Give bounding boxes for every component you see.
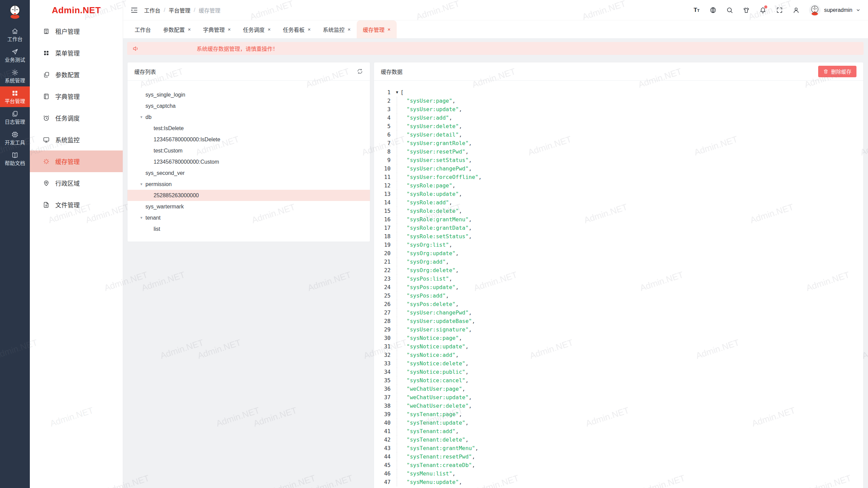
sidebar-item-copy-doc[interactable]: 参数配置 xyxy=(30,64,123,85)
tree-node[interactable]: 252885263000000 xyxy=(127,190,370,201)
code-line: 38"weChatUser:delete", xyxy=(374,402,863,410)
line-number: 39 xyxy=(374,410,391,419)
rail-item-logs[interactable]: 日志管理 xyxy=(0,107,30,128)
line-number: 31 xyxy=(374,342,391,351)
sidebar-item-notebook[interactable]: 字典管理 xyxy=(30,85,123,107)
code-string: "sysUser:update", xyxy=(407,105,462,114)
tree-node[interactable]: test:Custom xyxy=(127,145,370,156)
notification-icon[interactable] xyxy=(759,6,767,14)
font-size-icon[interactable]: TT xyxy=(693,6,700,14)
tree-node-label: 123456780000000:Custom xyxy=(154,159,219,165)
code-line: 23"sysPos:list", xyxy=(374,274,863,283)
code-line: 14"sysRole:add", xyxy=(374,198,863,207)
tab-close-icon[interactable]: × xyxy=(268,27,271,32)
tab[interactable]: 任务调度× xyxy=(237,20,277,38)
sidebar-item-spark[interactable]: 缓存管理 xyxy=(30,150,123,172)
indent-guide xyxy=(397,114,397,122)
rail-item-book[interactable]: 帮助文档 xyxy=(0,148,30,169)
sidebar-item-building[interactable]: 租户管理 xyxy=(30,20,123,42)
rail-menu: 工作台业务测试系统管理平台管理日志管理开发工具帮助文档 xyxy=(0,24,30,169)
caret-down-icon[interactable]: ▼ xyxy=(137,182,145,186)
tab-close-icon[interactable]: × xyxy=(228,27,231,32)
tree-node[interactable]: ▼db xyxy=(127,111,370,123)
sidebar-fold-icon[interactable] xyxy=(131,6,138,14)
tab-close-icon[interactable]: × xyxy=(188,27,191,32)
breadcrumb-item-current: 缓存管理 xyxy=(199,6,220,14)
tab[interactable]: 任务看板× xyxy=(277,20,317,38)
sidebar-item-location-pin[interactable]: 行政区域 xyxy=(30,172,123,194)
code-line: 44"sysTenant:resetPwd", xyxy=(374,452,863,461)
rail-item-grid[interactable]: 平台管理 xyxy=(0,86,30,107)
tree-node[interactable]: sys_second_ver xyxy=(127,167,370,179)
rail-item-gear[interactable]: 系统管理 xyxy=(0,66,30,86)
user-menu[interactable]: superadmin xyxy=(809,4,861,16)
rail-item-send[interactable]: 业务测试 xyxy=(0,45,30,66)
tree-node-label: sys_single_login xyxy=(145,92,185,98)
indent-guide xyxy=(397,478,397,486)
tree-node[interactable]: sys_wartermark xyxy=(127,201,370,212)
tree-node[interactable]: ▼permission xyxy=(127,179,370,190)
sidebar-item-document[interactable]: 文件管理 xyxy=(30,194,123,216)
sidebar-item-label: 行政区域 xyxy=(55,179,80,187)
line-number: 14 xyxy=(374,198,391,207)
tab[interactable]: 缓存管理× xyxy=(357,20,397,38)
sidebar-item-alarm-clock[interactable]: 任务调度 xyxy=(30,107,123,129)
line-number: 10 xyxy=(374,164,391,173)
rail-item-home[interactable]: 工作台 xyxy=(0,24,30,45)
delete-cache-button[interactable]: 删除缓存 xyxy=(818,66,856,77)
code-line: 43"sysTenant:grantMenu", xyxy=(374,444,863,452)
code-line: 27"sysUser:changePwd", xyxy=(374,308,863,317)
fullscreen-icon[interactable] xyxy=(776,6,783,14)
tab-close-icon[interactable]: × xyxy=(308,27,311,32)
breadcrumb-item[interactable]: 工作台 xyxy=(144,6,160,14)
caret-down-icon[interactable]: ▼ xyxy=(137,216,145,220)
tree-node[interactable]: list xyxy=(127,223,370,235)
tree-node[interactable]: 123456780000000:Custom xyxy=(127,156,370,167)
tab[interactable]: 字典管理× xyxy=(197,20,237,38)
tree-node[interactable]: sys_single_login xyxy=(127,89,370,100)
line-number: 6 xyxy=(374,130,391,139)
tree-node[interactable]: test:IsDelete xyxy=(127,123,370,134)
line-number: 34 xyxy=(374,368,391,376)
code-string: "sysNotice:delete", xyxy=(407,359,469,368)
rail-item-cpu[interactable]: 开发工具 xyxy=(0,128,30,148)
search-icon[interactable] xyxy=(726,6,733,14)
sidebar-item-menu-grid[interactable]: 菜单管理 xyxy=(30,42,123,64)
cpu-icon xyxy=(12,131,18,138)
code-string: "sysPos:add", xyxy=(407,291,449,300)
fold-caret-icon[interactable]: ▼ xyxy=(394,88,400,97)
indent-guide xyxy=(397,122,397,130)
profile-icon[interactable] xyxy=(792,6,800,14)
line-number: 15 xyxy=(374,207,391,215)
language-icon[interactable] xyxy=(709,6,717,14)
tab[interactable]: 系统监控× xyxy=(317,20,357,38)
caret-down-icon[interactable]: ▼ xyxy=(137,115,145,119)
line-number: 40 xyxy=(374,419,391,427)
tab[interactable]: 工作台 xyxy=(129,20,157,38)
rail-item-label: 平台管理 xyxy=(5,99,25,104)
json-viewer: 1▼[2"sysUser:page",3"sysUser:update",4"s… xyxy=(374,81,863,488)
breadcrumb-item[interactable]: 平台管理 xyxy=(169,6,190,14)
sidebar: Admin.NET 租户管理菜单管理参数配置字典管理任务调度系统监控缓存管理行政… xyxy=(30,0,123,488)
code-string: "sysRole:page", xyxy=(407,181,456,190)
theme-icon[interactable] xyxy=(743,6,750,14)
tab-close-icon[interactable]: × xyxy=(348,27,351,32)
tree-node[interactable]: 123456780000000:IsDelete xyxy=(127,134,370,145)
tab[interactable]: 参数配置× xyxy=(157,20,197,38)
tree-node[interactable]: ▼tenant xyxy=(127,212,370,223)
cache-data-panel: 缓存数据 删除缓存 1▼[2"sysUser:page",3"sysUser:u… xyxy=(374,62,864,488)
tab-close-icon[interactable]: × xyxy=(388,27,391,32)
sidebar-item-monitor[interactable]: 系统监控 xyxy=(30,129,123,150)
notice-banner: 系统缓存数据管理，请慎重操作！ xyxy=(127,42,864,55)
refresh-icon[interactable] xyxy=(357,68,363,75)
indent-guide xyxy=(397,452,397,461)
code-line: 20"sysOrg:update", xyxy=(374,249,863,258)
code-string: "sysNotice:public", xyxy=(407,368,469,376)
indent-guide xyxy=(397,241,397,249)
tree-node[interactable]: sys_captcha xyxy=(127,100,370,111)
code-string: "sysRole:update", xyxy=(407,190,462,198)
indent-guide xyxy=(397,334,397,342)
code-string: "sysPos:delete", xyxy=(407,300,459,308)
panels: 缓存列表 sys_single_loginsys_captcha▼dbtest:… xyxy=(127,62,864,488)
line-number: 4 xyxy=(374,114,391,122)
